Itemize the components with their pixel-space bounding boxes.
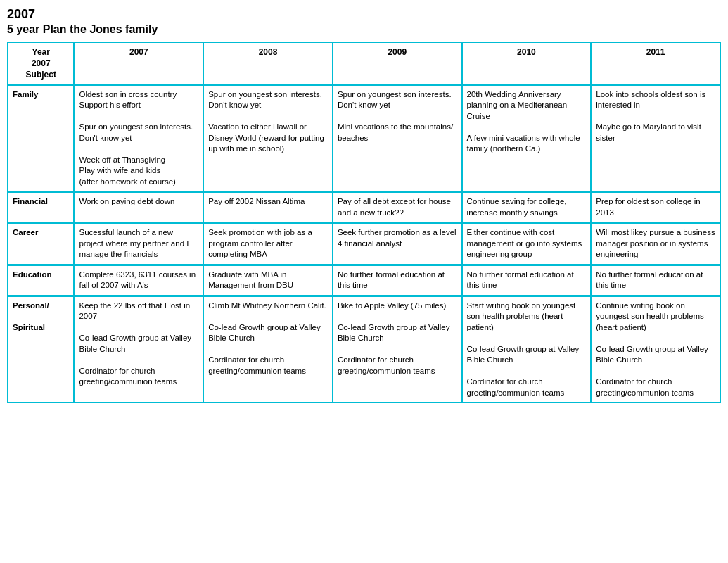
table-row-1: FinancialWork on paying debt downPay off… xyxy=(8,192,720,223)
cell-r1-c2: Pay of all debt except for house and a n… xyxy=(333,192,462,223)
subject-cell-1: Financial xyxy=(8,192,74,223)
header-row: Year 2007 Subject 2007 2008 2009 2010 20… xyxy=(8,42,720,85)
cell-r3-c2: No further formal education at this time xyxy=(333,265,462,296)
cell-r3-c4: No further formal education at this time xyxy=(591,265,720,296)
cell-r4-c1: Climb Mt Whitney Northern Calif. Co-lead… xyxy=(203,296,333,403)
year-2010-header: 2010 xyxy=(462,42,592,85)
cell-r3-c0: Complete 6323, 6311 courses in fall of 2… xyxy=(74,265,203,296)
table-row-0: FamilyOldest son in cross country Suppor… xyxy=(8,85,720,192)
cell-r1-c3: Continue saving for college, increase mo… xyxy=(462,192,592,223)
cell-r0-c2: Spur on youngest son interests. Don't kn… xyxy=(333,85,462,192)
year-2008-header: 2008 xyxy=(203,42,333,85)
cell-r4-c3: Start writing book on youngest son healt… xyxy=(462,296,592,403)
cell-r0-c4: Look into schools oldest son is interest… xyxy=(591,85,720,192)
table-row-4: Personal/ SpiritualKeep the 22 lbs off t… xyxy=(8,296,720,403)
cell-r2-c1: Seek promotion with job as a program con… xyxy=(203,223,333,265)
cell-r0-c1: Spur on youngest son interests. Don't kn… xyxy=(203,85,333,192)
table-row-3: EducationComplete 6323, 6311 courses in … xyxy=(8,265,720,296)
cell-r2-c3: Either continue with cost management or … xyxy=(462,223,592,265)
subject-cell-0: Family xyxy=(8,85,74,192)
cell-r3-c1: Graduate with MBA in Management from DBU xyxy=(203,265,333,296)
cell-r0-c3: 20th Wedding Anniversary planning on a M… xyxy=(462,85,592,192)
cell-r1-c4: Prep for oldest son college in 2013 xyxy=(591,192,720,223)
plan-table: Year 2007 Subject 2007 2008 2009 2010 20… xyxy=(7,42,721,403)
cell-r1-c1: Pay off 2002 Nissan Altima xyxy=(203,192,333,223)
subject-header: Year 2007 Subject xyxy=(8,42,74,85)
page-title: 2007 xyxy=(7,7,721,22)
cell-r4-c4: Continue writing book on youngest son he… xyxy=(591,296,720,403)
cell-r2-c2: Seek further promotion as a level 4 fina… xyxy=(333,223,462,265)
cell-r2-c0: Sucessful launch of a new project where … xyxy=(74,223,203,265)
cell-r1-c0: Work on paying debt down xyxy=(74,192,203,223)
year-2007-header: 2007 xyxy=(74,42,203,85)
table-row-2: CareerSucessful launch of a new project … xyxy=(8,223,720,265)
year-2009-header: 2009 xyxy=(333,42,462,85)
subject-cell-4: Personal/ Spiritual xyxy=(8,296,74,403)
year-2011-header: 2011 xyxy=(591,42,720,85)
cell-r4-c2: Bike to Apple Valley (75 miles) Co-lead … xyxy=(333,296,462,403)
cell-r4-c0: Keep the 22 lbs off that I lost in 2007 … xyxy=(74,296,203,403)
cell-r0-c0: Oldest son in cross country Support his … xyxy=(74,85,203,192)
page-subtitle: 5 year Plan the Jones family xyxy=(7,23,721,36)
subject-cell-3: Education xyxy=(8,265,74,296)
cell-r3-c3: No further formal education at this time xyxy=(462,265,592,296)
subject-cell-2: Career xyxy=(8,223,74,265)
cell-r2-c4: Will most likey pursue a business manage… xyxy=(591,223,720,265)
